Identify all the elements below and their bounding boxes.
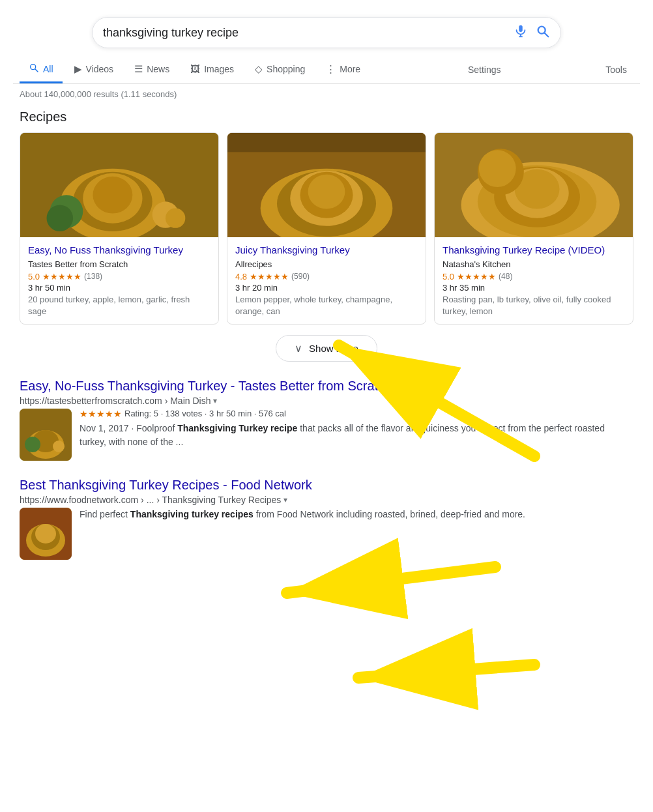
recipe-image-3 xyxy=(435,133,633,237)
rating-count-1: (138) xyxy=(84,272,102,281)
settings-link[interactable]: Settings xyxy=(461,58,508,81)
svg-line-43 xyxy=(358,665,534,678)
result-thumbnail-2 xyxy=(20,508,72,560)
show-more-container: ∨ Show more xyxy=(20,335,633,362)
tab-images[interactable]: 🖼 Images xyxy=(181,57,243,83)
rating-count-2: (590) xyxy=(291,272,310,281)
tab-images-label: Images xyxy=(204,64,234,74)
tools-link[interactable]: Tools xyxy=(599,58,633,81)
result-meta-1: Rating: 5 · 138 votes · 3 hr 50 min · 57… xyxy=(124,409,286,418)
result-thumbnail-1 xyxy=(20,409,72,461)
tab-more[interactable]: ⋮ More xyxy=(317,57,370,83)
result-snippet-1: Nov 1, 2017 · Foolproof Thanksgiving Tur… xyxy=(80,422,633,449)
images-tab-icon: 🖼 xyxy=(190,63,200,74)
tab-news[interactable]: ☰ News xyxy=(125,57,179,83)
search-tab-icon xyxy=(29,63,39,75)
result-title-1[interactable]: Easy, No-Fuss Thanksgiving Turkey - Tast… xyxy=(20,377,633,394)
tab-shopping[interactable]: ◇ Shopping xyxy=(246,57,314,83)
recipe-image-2 xyxy=(227,133,426,237)
tab-all-label: All xyxy=(43,64,53,74)
recipe-card-title-1[interactable]: Easy, No Fuss Thanksgiving Turkey xyxy=(28,244,210,257)
mic-icon[interactable] xyxy=(514,24,528,41)
chevron-down-icon: ∨ xyxy=(295,342,302,355)
show-more-label: Show more xyxy=(309,343,358,354)
recipes-grid: Easy, No Fuss Thanksgiving Turkey Tastes… xyxy=(20,132,633,325)
svg-point-15 xyxy=(93,177,132,214)
recipe-ingredients-1: 20 pound turkey, apple, lemon, garlic, f… xyxy=(28,294,210,317)
tab-news-label: News xyxy=(147,64,169,74)
recipe-card-source-2: Allrecipes xyxy=(235,259,418,269)
recipe-card-body-1: Easy, No Fuss Thanksgiving Turkey Tastes… xyxy=(20,237,218,324)
tab-videos-label: Videos xyxy=(86,64,114,74)
result-rating-line-1: ★★★★★ Rating: 5 · 138 votes · 3 hr 50 mi… xyxy=(80,409,633,419)
dropdown-icon-1[interactable]: ▾ xyxy=(213,396,217,405)
result-body-2: Find perfect Thanksgiving turkey recipes… xyxy=(20,508,633,560)
result-text-1: ★★★★★ Rating: 5 · 138 votes · 3 hr 50 mi… xyxy=(80,409,633,461)
stars-3: ★★★★★ xyxy=(457,272,496,282)
svg-line-4 xyxy=(545,33,549,37)
recipe-time-2: 3 hr 20 min xyxy=(235,283,418,293)
result-text-2: Find perfect Thanksgiving turkey recipes… xyxy=(80,508,633,560)
result-body-1: ★★★★★ Rating: 5 · 138 votes · 3 hr 50 mi… xyxy=(20,409,633,461)
recipe-image-1 xyxy=(20,133,218,237)
svg-point-12 xyxy=(47,205,74,231)
result-title-2[interactable]: Best Thanksgiving Turkey Recipes - Food … xyxy=(20,476,633,493)
recipe-ingredients-3: Roasting pan, lb turkey, olive oil, full… xyxy=(443,294,625,317)
recipe-card-2[interactable]: Juicy Thanksgiving Turkey Allrecipes 4.8… xyxy=(227,132,426,325)
svg-point-5 xyxy=(31,65,36,70)
recipe-rating-1: 5.0 ★★★★★ (138) xyxy=(28,272,210,282)
search-input[interactable]: thanksgiving turkey recipe xyxy=(103,26,514,40)
recipe-time-3: 3 hr 35 min xyxy=(443,283,625,293)
snippet-bold-1: Thanksgiving Turkey recipe xyxy=(177,423,297,433)
result-url-2: https://www.foodnetwork.com › ... › Than… xyxy=(20,495,633,505)
search-bar: thanksgiving turkey recipe xyxy=(92,17,561,48)
svg-line-6 xyxy=(35,69,38,72)
snippet-pre-2: Find perfect xyxy=(80,509,130,519)
svg-point-39 xyxy=(35,524,56,544)
tab-more-label: More xyxy=(340,64,360,74)
recipe-card-title-2[interactable]: Juicy Thanksgiving Turkey xyxy=(235,244,418,257)
search-result-2: Best Thanksgiving Turkey Recipes - Food … xyxy=(20,476,633,560)
result-breadcrumb-1: › Main Dish xyxy=(165,396,211,406)
recipe-card-3[interactable]: Thanksgiving Turkey Recipe (VIDEO) Natas… xyxy=(434,132,633,325)
search-result-1: Easy, No-Fuss Thanksgiving Turkey - Tast… xyxy=(20,377,633,461)
rating-num-3: 5.0 xyxy=(443,272,454,282)
snippet-post-2: from Food Network including roasted, bri… xyxy=(254,509,525,519)
svg-point-35 xyxy=(53,441,65,452)
recipe-rating-3: 5.0 ★★★★★ (48) xyxy=(443,272,625,282)
recipe-card-body-3: Thanksgiving Turkey Recipe (VIDEO) Natas… xyxy=(435,237,633,324)
result-stars-1: ★★★★★ xyxy=(80,409,122,419)
shopping-tab-icon: ◇ xyxy=(255,63,263,75)
recipe-rating-2: 4.8 ★★★★★ (590) xyxy=(235,272,418,282)
svg-point-34 xyxy=(25,437,40,452)
rating-count-3: (48) xyxy=(499,272,512,281)
recipe-card-body-2: Juicy Thanksgiving Turkey Allrecipes 4.8… xyxy=(227,237,426,324)
svg-line-42 xyxy=(287,567,495,593)
snippet-pre-1: Nov 1, 2017 · Foolproof xyxy=(80,423,177,433)
result-domain-1: https://tastesbetterfromscratch.com xyxy=(20,396,162,406)
stars-1: ★★★★★ xyxy=(42,272,81,282)
nav-tabs: All ▶ Videos ☰ News 🖼 Images ◇ Shopping … xyxy=(13,56,640,84)
snippet-bold-2: Thanksgiving turkey recipes xyxy=(130,509,254,519)
rating-num-1: 5.0 xyxy=(28,272,40,282)
more-tab-icon: ⋮ xyxy=(326,63,336,75)
search-icon[interactable] xyxy=(536,24,550,41)
result-domain-2: https://www.foodnetwork.com xyxy=(20,495,138,505)
recipe-ingredients-2: Lemon pepper, whole turkey, champagne, o… xyxy=(235,294,418,317)
show-more-button[interactable]: ∨ Show more xyxy=(276,335,377,362)
recipe-card-source-3: Natasha's Kitchen xyxy=(443,259,625,269)
results-count: About 140,000,000 results (1.11 seconds) xyxy=(20,89,633,99)
recipe-card-title-3[interactable]: Thanksgiving Turkey Recipe (VIDEO) xyxy=(443,244,625,257)
tab-all[interactable]: All xyxy=(20,56,63,83)
dropdown-icon-2[interactable]: ▾ xyxy=(283,495,287,504)
tab-videos[interactable]: ▶ Videos xyxy=(65,57,123,83)
recipe-time-1: 3 hr 50 min xyxy=(28,283,210,293)
recipe-card-1[interactable]: Easy, No Fuss Thanksgiving Turkey Tastes… xyxy=(20,132,219,325)
svg-rect-22 xyxy=(227,133,426,152)
video-tab-icon: ▶ xyxy=(74,63,82,75)
svg-rect-0 xyxy=(519,25,523,32)
svg-point-21 xyxy=(308,175,345,209)
svg-point-30 xyxy=(479,150,516,187)
recipes-section-title: Recipes xyxy=(20,109,633,124)
result-snippet-2: Find perfect Thanksgiving turkey recipes… xyxy=(80,508,633,521)
